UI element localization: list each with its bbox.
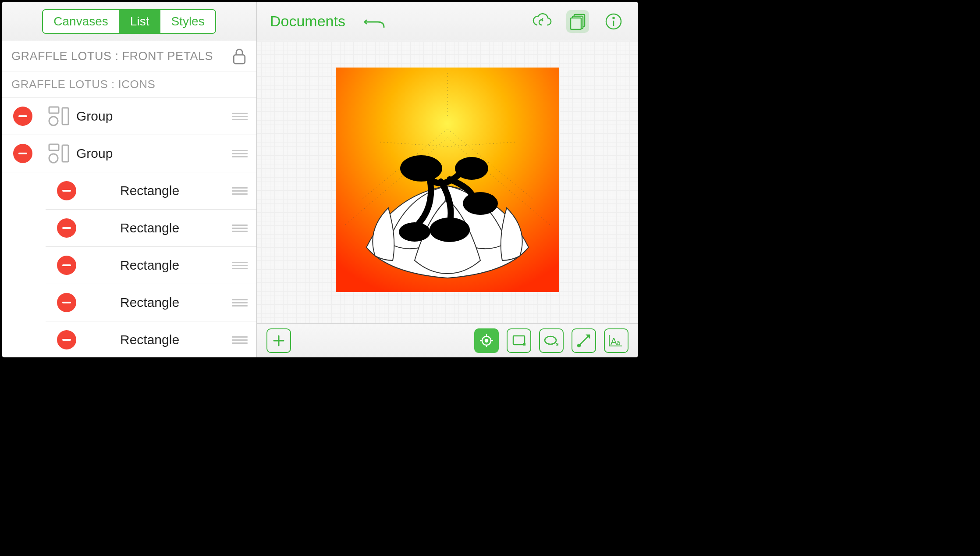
drag-handle-icon[interactable] [232, 150, 248, 157]
svg-point-11 [613, 17, 614, 18]
list-item[interactable]: Group [2, 135, 256, 172]
delete-button[interactable] [57, 293, 76, 312]
layer-header-label: GRAFFLE LOTUS : FRONT PETALS [11, 50, 213, 63]
delete-button[interactable] [13, 107, 32, 126]
layer-header-front-petals[interactable]: GRAFFLE LOTUS : FRONT PETALS [2, 41, 256, 71]
svg-point-20 [400, 155, 442, 182]
sidebar: Canvases List Styles GRAFFLE LOTUS : FRO… [2, 2, 257, 357]
app-window: Canvases List Styles GRAFFLE LOTUS : FRO… [2, 2, 638, 357]
svg-point-26 [485, 339, 488, 342]
drag-handle-icon[interactable] [232, 187, 248, 195]
group-icon [46, 143, 72, 164]
object-list: Group Group Rectan [2, 98, 256, 357]
svg-point-23 [399, 222, 430, 242]
list-item[interactable]: Rectangle [46, 247, 256, 284]
svg-point-2 [49, 117, 58, 125]
svg-point-28 [545, 336, 556, 344]
contents-button[interactable] [566, 10, 589, 33]
list-item-label: Rectangle [120, 332, 232, 347]
svg-rect-1 [49, 107, 59, 113]
rectangle-tool[interactable] [507, 328, 531, 353]
text-tool[interactable]: A a [604, 328, 628, 353]
svg-text:A: A [611, 336, 617, 347]
tab-list[interactable]: List [120, 10, 161, 33]
list-item[interactable]: Rectangle [46, 172, 256, 210]
svg-rect-0 [234, 55, 245, 64]
tab-canvases[interactable]: Canvases [43, 10, 120, 33]
svg-rect-32 [610, 346, 622, 346]
tab-styles[interactable]: Styles [160, 10, 215, 33]
segmented-control: Canvases List Styles [42, 9, 216, 34]
delete-button[interactable] [57, 218, 76, 238]
layer-header-label: GRAFFLE LOTUS : ICONS [11, 78, 155, 91]
segmented-control-wrap: Canvases List Styles [2, 2, 256, 41]
drag-handle-icon[interactable] [232, 336, 248, 344]
svg-rect-27 [513, 336, 525, 345]
list-item-label: Group [76, 146, 232, 161]
drag-handle-icon[interactable] [232, 299, 248, 307]
undo-button[interactable] [363, 10, 386, 33]
layer-header-icons[interactable]: GRAFFLE LOTUS : ICONS [2, 71, 256, 98]
delete-button[interactable] [57, 181, 76, 200]
list-item[interactable]: Rectangle [46, 284, 256, 321]
selection-tool[interactable] [474, 328, 499, 353]
add-tool[interactable] [266, 328, 291, 353]
drag-handle-icon[interactable] [232, 262, 248, 269]
list-item[interactable]: Rectangle [46, 321, 256, 357]
drag-handle-icon[interactable] [232, 113, 248, 120]
svg-rect-3 [62, 108, 68, 125]
svg-rect-6 [62, 145, 68, 162]
delete-button[interactable] [57, 256, 76, 275]
list-item[interactable]: Group [2, 98, 256, 135]
list-item-label: Rectangle [120, 221, 232, 235]
svg-text:a: a [617, 339, 620, 346]
line-tool[interactable] [572, 328, 596, 353]
main-area: Documents [257, 2, 638, 357]
info-button[interactable] [602, 10, 625, 33]
list-item-label: Rectangle [120, 295, 232, 310]
group-icon [46, 105, 72, 127]
delete-button[interactable] [57, 330, 76, 349]
top-toolbar: Documents [257, 2, 638, 41]
svg-rect-4 [49, 144, 59, 150]
svg-rect-9 [571, 18, 581, 29]
list-item-label: Rectangle [120, 183, 232, 198]
list-item[interactable]: Rectangle [46, 210, 256, 247]
svg-point-29 [578, 344, 580, 347]
cloud-sync-icon[interactable] [530, 10, 553, 33]
delete-button[interactable] [13, 144, 32, 163]
lock-icon[interactable] [232, 47, 247, 65]
canvas[interactable] [257, 41, 638, 323]
svg-point-5 [49, 154, 58, 163]
svg-rect-33 [609, 335, 610, 346]
drag-handle-icon[interactable] [232, 225, 248, 232]
list-item-label: Rectangle [120, 258, 232, 273]
canvas-artwork[interactable] [336, 68, 559, 292]
documents-button[interactable]: Documents [270, 13, 345, 30]
bottom-toolbar: A a [257, 323, 638, 357]
oval-tool[interactable] [539, 328, 564, 353]
list-item-label: Group [76, 109, 232, 124]
